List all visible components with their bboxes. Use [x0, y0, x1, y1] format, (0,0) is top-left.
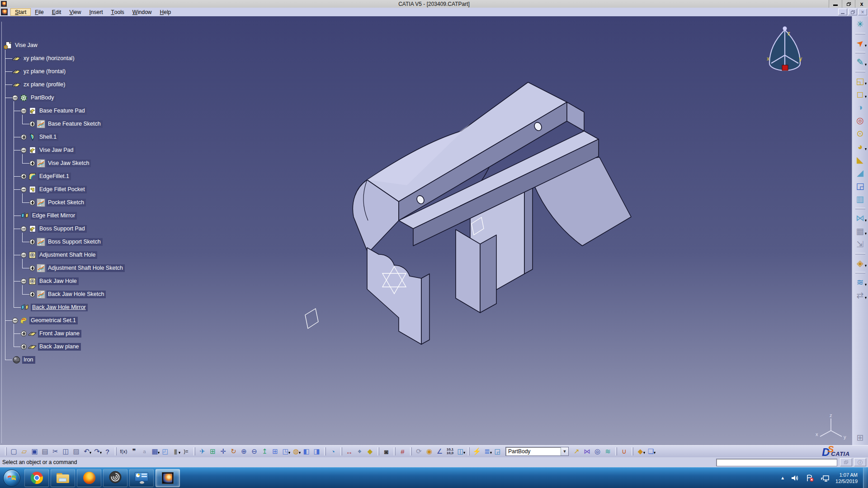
manipulation-compass-button[interactable]: ◉: [424, 446, 434, 457]
sew-surface-button[interactable]: ≋: [854, 276, 867, 289]
expander-plus[interactable]: [29, 291, 35, 297]
design-table-button[interactable]: ▦: [150, 446, 160, 457]
swap-visible-space-button[interactable]: ⋈: [582, 446, 592, 457]
fit-all-in-button[interactable]: ⊞: [208, 446, 218, 457]
ruler-button[interactable]: #: [397, 446, 408, 457]
expander-plus[interactable]: [29, 121, 35, 127]
groove-button[interactable]: ◎: [854, 114, 867, 127]
expander-minus[interactable]: [21, 147, 27, 153]
volume-icon[interactable]: [791, 474, 800, 482]
tree-item-iron[interactable]: Iron: [12, 355, 35, 365]
shaft-button[interactable]: ◑: [854, 101, 867, 114]
taskbar-app-catia[interactable]: [156, 469, 180, 487]
insert-body-button[interactable]: ◲: [492, 446, 503, 457]
thickness-button[interactable]: ▥: [854, 192, 867, 206]
mirror-button[interactable]: ⋈: [854, 211, 867, 225]
tree-item-pocket-sketch[interactable]: Pocket Sketch: [29, 197, 86, 207]
tree-item-boss-support-pad[interactable]: Boss Support Pad: [21, 224, 87, 234]
new-document-button[interactable]: ▢: [9, 446, 19, 457]
toolbar-separator[interactable]: [855, 71, 865, 72]
expander-minus[interactable]: [12, 318, 18, 324]
look-at-button[interactable]: ◎: [592, 446, 603, 457]
edge-fillet-button[interactable]: ◕: [854, 140, 867, 153]
copy-format-button[interactable]: ❏: [646, 446, 656, 457]
power-input-field[interactable]: [716, 459, 837, 466]
expander-plus[interactable]: [29, 200, 35, 206]
tree-item-vise-jaw-pad[interactable]: Vise Jaw Pad: [21, 145, 75, 155]
tree-item-xy-plane-horizontal[interactable]: xy plane (horizontal): [12, 53, 76, 63]
knowledge-template-button[interactable]: ◰: [160, 446, 170, 457]
tree-item-back-jaw-plane[interactable]: Back Jaw plane: [21, 342, 81, 352]
measure-inertia-button[interactable]: ◆: [365, 446, 375, 457]
decimal-display-button[interactable]: 10,110,0: [445, 446, 455, 457]
3d-viewport[interactable]: Vise Jawxy plane (horizontal)yz plane (f…: [0, 16, 852, 445]
toolbar-separator[interactable]: [467, 447, 471, 456]
measure-item-button[interactable]: ⌖: [354, 446, 365, 457]
print-button[interactable]: ▤: [40, 446, 50, 457]
toolbar-separator[interactable]: [192, 447, 196, 456]
knowledge-balloon-button[interactable]: ❞: [129, 446, 139, 457]
taskbar-app-file-explorer[interactable]: [51, 469, 75, 487]
paste-button[interactable]: ▨: [71, 446, 81, 457]
cylinder-manip-button[interactable]: ◫: [455, 446, 466, 457]
toolbar-separator[interactable]: [855, 33, 865, 34]
expander-plus[interactable]: [21, 344, 27, 350]
expander-plus[interactable]: [21, 331, 27, 337]
formula-button[interactable]: f(x): [118, 446, 129, 457]
axis-system-button[interactable]: ∠: [434, 446, 445, 457]
snapshot-button[interactable]: ◙: [381, 446, 392, 457]
toolbar-separator[interactable]: [4, 447, 8, 456]
tree-item-boss-support-sketch[interactable]: Boss Support Sketch: [29, 237, 103, 247]
zoom-in-button[interactable]: ⊕: [239, 446, 249, 457]
menu-insert[interactable]: Insert: [85, 8, 107, 16]
iso-view-button[interactable]: ◳: [280, 446, 291, 457]
toolbar-separator[interactable]: [339, 447, 343, 456]
toolbar-separator[interactable]: [376, 447, 380, 456]
expander-minus[interactable]: [21, 226, 27, 232]
tree-item-base-feature-pad[interactable]: Base Feature Pad: [21, 106, 87, 116]
rectangular-pattern-button[interactable]: ▦: [854, 225, 867, 238]
catalog-button[interactable]: ∪: [619, 446, 629, 457]
tree-item-zx-plane-profile[interactable]: zx plane (profile): [12, 80, 67, 89]
expander-plus[interactable]: [29, 239, 35, 245]
tree-item-geometrical-set-1[interactable]: Geometrical Set.1: [12, 315, 78, 325]
rotate-button[interactable]: ↻: [228, 446, 239, 457]
action-center-flag-icon[interactable]: [806, 474, 815, 482]
menu-window[interactable]: Window: [128, 8, 156, 16]
tree-item-edge-fillet-mirror[interactable]: Edge Fillet Mirror: [21, 211, 77, 221]
expander-minus[interactable]: [21, 252, 27, 258]
toolbar-separator[interactable]: [855, 272, 865, 273]
expander-minus[interactable]: [21, 187, 27, 192]
menu-view[interactable]: View: [65, 8, 85, 16]
tree-item-back-jaw-hole[interactable]: Back Jaw Hole: [21, 276, 79, 286]
clock[interactable]: 1:07 AM 12/5/2019: [835, 472, 861, 484]
expand-power-input-button[interactable]: [840, 458, 852, 466]
text-note-button[interactable]: a: [139, 446, 150, 457]
taskbar-app-chrome[interactable]: [24, 469, 49, 487]
toolbar-separator[interactable]: [630, 447, 634, 456]
update-button[interactable]: ⟳: [414, 446, 424, 457]
close-button[interactable]: x: [855, 0, 868, 8]
body-selector-combo[interactable]: PartBody▼: [505, 447, 569, 456]
tree-item-back-jaw-hole-mirror[interactable]: Back Jaw Hole Mirror: [21, 302, 88, 312]
taskbar-app-citrix-receiver[interactable]: [103, 469, 127, 487]
tree-item-front-jaw-plane[interactable]: Front Jaw plane: [21, 328, 81, 338]
expander-minus[interactable]: [21, 278, 27, 284]
toolbar-separator[interactable]: [614, 447, 618, 456]
minimize-button[interactable]: [829, 0, 842, 8]
tree-item-adjustment-shaft-hole[interactable]: Adjustment Shaft Hole: [21, 250, 97, 260]
render-style-button[interactable]: ◍: [291, 446, 301, 457]
part-design-workbench-button[interactable]: ✳: [854, 18, 867, 31]
draft-angle-button[interactable]: ◢: [854, 166, 867, 179]
cut-button[interactable]: ✂: [50, 446, 61, 457]
scaling-button[interactable]: ⇲: [854, 238, 867, 251]
zoom-out-button[interactable]: ⊖: [249, 446, 259, 457]
tree-item-shell-1[interactable]: Shell.1: [21, 132, 58, 142]
toolbar-separator[interactable]: [855, 208, 865, 209]
fly-mode-button[interactable]: ✈: [197, 446, 208, 457]
view-left-button[interactable]: ◧: [301, 446, 311, 457]
menu-tools[interactable]: Tools: [107, 8, 128, 16]
taskbar-app-display-settings[interactable]: [129, 469, 154, 487]
layer-filter-button[interactable]: ≋: [603, 446, 613, 457]
expander-plus[interactable]: [29, 265, 35, 271]
